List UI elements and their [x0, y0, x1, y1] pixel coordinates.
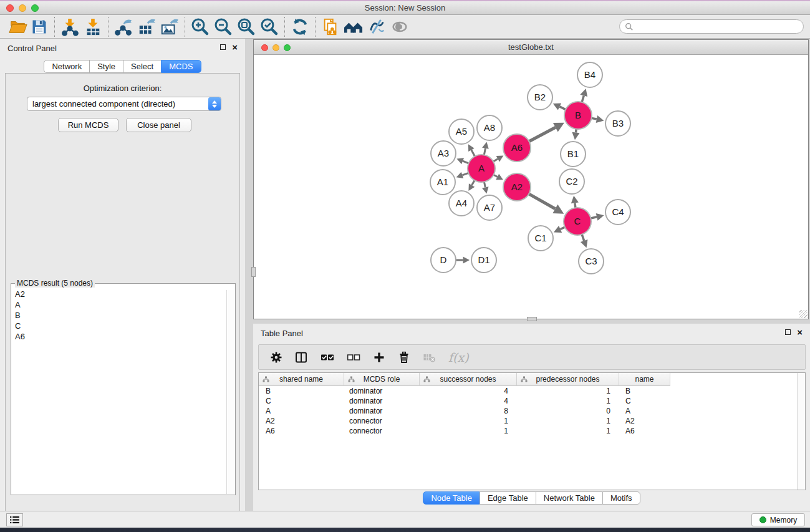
table-cell: 4	[420, 386, 517, 396]
refresh-view-button[interactable]	[289, 17, 311, 37]
toolbar-separator	[185, 17, 185, 37]
graph-edge-A-A2[interactable]	[493, 175, 497, 177]
graph-node-label: A3	[438, 148, 449, 158]
window-titlebar: Session: New Session	[0, 0, 810, 15]
delete-rows-trash-icon[interactable]	[398, 351, 410, 364]
criterion-dropdown[interactable]: largest connected component (directed)	[27, 97, 221, 111]
splitter-handle-left[interactable]	[251, 267, 256, 277]
memory-button[interactable]: Memory	[751, 513, 805, 526]
graph-edge-A-A6[interactable]	[493, 159, 498, 162]
close-panel-button[interactable]: Close panel	[126, 118, 191, 132]
add-row-plus-icon[interactable]	[373, 351, 385, 364]
table-row[interactable]: A2connector11A2	[259, 416, 796, 426]
window-title: Session: New Session	[0, 3, 810, 12]
table-cell: 1	[420, 426, 517, 436]
run-mcds-button[interactable]: Run MCDS	[58, 118, 118, 132]
first-neighbors-button[interactable]	[343, 17, 364, 37]
show-columns-icon[interactable]	[295, 351, 308, 364]
edge-arrowhead-icon	[482, 142, 489, 149]
table-header-row: shared nameMCDS rolesuccessor nodesprede…	[259, 373, 670, 386]
resize-grip-icon[interactable]	[799, 310, 808, 318]
graph-edge-C-C3[interactable]	[582, 235, 584, 241]
mcds-result-item[interactable]: C	[14, 321, 224, 331]
table-row[interactable]: Adominator80A	[259, 406, 796, 416]
table-row[interactable]: Bdominator41B	[259, 386, 796, 396]
column-header-successor-nodes[interactable]: successor nodes	[420, 373, 517, 386]
export-table-button[interactable]	[136, 17, 157, 37]
new-network-from-selection-button[interactable]	[320, 17, 341, 37]
export-image-button[interactable]	[159, 17, 180, 37]
tab-select[interactable]: Select	[123, 60, 162, 73]
float-table-panel-icon[interactable]	[785, 329, 791, 335]
show-hide-panel-button[interactable]	[389, 17, 410, 37]
graph-edge-A2-C[interactable]	[529, 194, 555, 209]
application-window: Session: New Session	[0, 0, 810, 532]
hide-graphics-details-button[interactable]	[366, 17, 387, 37]
close-table-panel-icon[interactable]: ×	[797, 329, 803, 335]
network-window-title: testGlobe.txt	[254, 42, 808, 52]
graph-edge-A-A7[interactable]	[484, 182, 485, 188]
graph-edge-B-B2[interactable]	[559, 107, 566, 110]
network-canvas[interactable]: B4B2BB3A5A8A6B1A3AA1C2A2A4A7C4CC1C3DD1	[254, 55, 808, 319]
import-network-button[interactable]	[59, 17, 80, 37]
control-panel-title: Control Panel	[7, 44, 57, 53]
zoom-selected-button[interactable]	[259, 17, 280, 37]
tab-mcds[interactable]: MCDS	[161, 60, 201, 73]
mcds-result-item[interactable]: A2	[14, 289, 224, 299]
tab-style[interactable]: Style	[89, 60, 123, 73]
table-row[interactable]: Cdominator41C	[259, 396, 796, 406]
save-session-button[interactable]	[29, 17, 50, 37]
deselect-all-icon[interactable]	[347, 351, 360, 364]
table-tab-motifs[interactable]: Motifs	[602, 491, 640, 505]
export-network-button[interactable]	[113, 17, 134, 37]
table-row[interactable]: A6connector11A6	[259, 426, 796, 436]
close-panel-icon[interactable]: ×	[232, 44, 238, 50]
table-scrollbar[interactable]	[797, 373, 805, 490]
mcds-result-item[interactable]: A	[14, 299, 224, 310]
tab-network[interactable]: Network	[44, 60, 90, 73]
column-header-predecessor-nodes[interactable]: predecessor nodes	[517, 373, 619, 386]
graph-edge-A-A8[interactable]	[484, 148, 485, 155]
result-scrollbar[interactable]	[226, 290, 234, 494]
zoom-out-button[interactable]	[213, 17, 234, 37]
open-session-button[interactable]	[7, 17, 29, 37]
mcds-result-item[interactable]: B	[14, 310, 224, 321]
column-header-name[interactable]: name	[619, 373, 670, 386]
float-panel-icon[interactable]	[220, 44, 226, 50]
export-image-icon	[160, 17, 179, 36]
graph-edge-C-C1[interactable]	[561, 227, 565, 229]
search-input[interactable]	[634, 22, 798, 31]
graph-edge-A-A5[interactable]	[471, 150, 475, 156]
mcds-result-item[interactable]: A6	[14, 331, 224, 342]
mcds-result-group: MCDS result (5 nodes) A2ABCA6	[11, 283, 236, 495]
edge-arrowhead-icon	[463, 257, 470, 264]
task-history-button[interactable]	[6, 513, 23, 526]
table-tab-edge-table[interactable]: Edge Table	[480, 491, 536, 505]
toolbar-separator	[54, 17, 55, 37]
zoom-fit-button[interactable]	[236, 17, 257, 37]
graph-node-label: D1	[478, 254, 489, 265]
search-field[interactable]	[619, 19, 804, 34]
zoom-in-button[interactable]	[190, 17, 211, 37]
table-tab-node-table[interactable]: Node Table	[423, 491, 480, 505]
column-header-shared-name[interactable]: shared name	[259, 373, 344, 386]
column-header-mcds-role[interactable]: MCDS role	[344, 373, 420, 386]
table-body: Bdominator41BCdominator41CAdominator80AA…	[259, 386, 796, 436]
graph-edge-B-B3[interactable]	[592, 118, 597, 119]
graph-edge-A-A4[interactable]	[472, 180, 475, 185]
graph-edge-C-C2[interactable]	[575, 203, 576, 208]
select-all-icon[interactable]	[321, 351, 334, 364]
table-cell: connector	[344, 426, 420, 436]
table-tab-network-table[interactable]: Network Table	[536, 491, 603, 505]
network-view-window: testGlobe.txt B4B2BB3A5A8A6B1A3AA1C2A2A4…	[253, 39, 809, 319]
graph-edge-B-B4[interactable]	[582, 95, 584, 102]
import-table-button[interactable]	[82, 17, 104, 37]
table-settings-gear-icon[interactable]	[270, 351, 282, 364]
splitter-handle-bottom[interactable]	[527, 317, 537, 321]
table-cell: 0	[517, 406, 619, 416]
graphics-details-slash-icon	[367, 17, 386, 36]
graph-edge-A6-B[interactable]	[529, 127, 555, 141]
graph-edge-A-A3[interactable]	[463, 161, 468, 163]
graph-edge-A-A1[interactable]	[462, 173, 468, 175]
graph-edge-C-C4[interactable]	[591, 217, 597, 218]
